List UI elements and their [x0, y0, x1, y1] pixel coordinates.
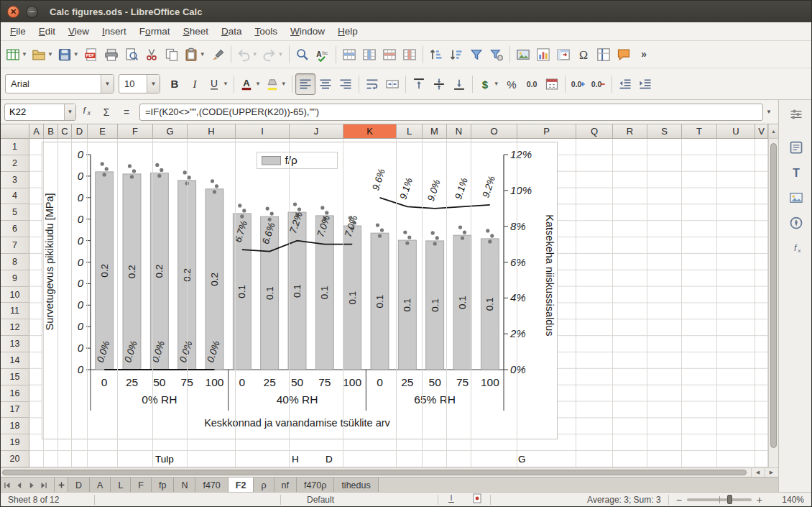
column-header-T[interactable]: T: [682, 124, 717, 139]
gallery-button[interactable]: [785, 189, 807, 209]
row-header-6[interactable]: 6: [1, 221, 29, 237]
menu-insert[interactable]: Insert: [96, 24, 133, 39]
navigator-button[interactable]: [785, 214, 807, 234]
minimize-window-button[interactable]: ─: [26, 6, 38, 18]
zoom-in-button[interactable]: +: [757, 494, 762, 506]
delete-column-button[interactable]: [400, 44, 420, 65]
font-size-combobox[interactable]: 10 ▼: [119, 74, 160, 93]
menu-edit[interactable]: Edit: [32, 24, 62, 39]
row-header-10[interactable]: 10: [1, 287, 29, 303]
zoom-out-button[interactable]: −: [676, 494, 682, 506]
clone-formatting-button[interactable]: [208, 44, 228, 65]
chevron-down-icon[interactable]: ▼: [255, 81, 261, 87]
column-header-O[interactable]: O: [471, 124, 517, 139]
insert-row-button[interactable]: [339, 44, 359, 65]
omega-button[interactable]: Ω: [573, 44, 594, 65]
column-header-K[interactable]: K: [343, 124, 397, 139]
row-header-17[interactable]: 17: [1, 402, 29, 419]
align-left-button[interactable]: [295, 73, 315, 95]
insert-comment-button[interactable]: [614, 44, 634, 65]
horizontal-scrollbar[interactable]: ◀ ▶: [1, 467, 778, 477]
column-header-H[interactable]: H: [188, 124, 236, 139]
close-window-button[interactable]: ✕: [7, 6, 19, 18]
chevron-down-icon[interactable]: ▼: [278, 51, 284, 58]
export-pdf-button[interactable]: PDF: [81, 44, 101, 65]
function-wizard-button[interactable]: fx: [77, 104, 96, 121]
properties-button[interactable]: [785, 139, 807, 159]
standard-filter-button[interactable]: [486, 44, 507, 65]
sheet-tab-A[interactable]: A: [90, 478, 111, 493]
menu-help[interactable]: Help: [331, 24, 364, 39]
row-header-8[interactable]: 8: [1, 254, 29, 270]
insert-column-button[interactable]: [359, 44, 379, 65]
sheet-tab-F[interactable]: F: [131, 478, 152, 493]
embedded-chart[interactable]: f/ρ0000000000012%10%8%6%4%2%0%0.20.0%00.…: [42, 142, 558, 439]
row-header-2[interactable]: 2: [1, 155, 29, 172]
highlight-button[interactable]: ▼: [263, 73, 289, 95]
spelling-button[interactable]: Abc: [313, 44, 333, 65]
column-header-G[interactable]: G: [153, 124, 188, 139]
row-header-19[interactable]: 19: [1, 434, 29, 451]
find-replace-button[interactable]: [292, 44, 313, 65]
sort-ascending-button[interactable]: [426, 44, 446, 65]
font-name-combobox[interactable]: Arial ▼: [5, 74, 114, 93]
sheet-tab-F2[interactable]: F2: [229, 478, 254, 493]
chevron-down-icon[interactable]: ▼: [281, 81, 287, 87]
column-header-M[interactable]: M: [423, 124, 447, 139]
chevron-down-icon[interactable]: ▼: [22, 51, 27, 58]
column-header-Q[interactable]: Q: [576, 124, 613, 139]
increase-indent-button[interactable]: [635, 73, 655, 95]
formula-input[interactable]: =IF(K20<>"",(CODE(UPPER(K20))-65),""): [139, 104, 763, 121]
column-header-D[interactable]: D: [72, 124, 88, 139]
cell-value[interactable]: Tulp: [155, 452, 174, 467]
column-header-R[interactable]: R: [613, 124, 647, 139]
menu-view[interactable]: View: [62, 24, 96, 39]
currency-button[interactable]: $▼: [476, 73, 502, 95]
align-center-button[interactable]: [315, 73, 336, 95]
chevron-down-icon[interactable]: ▼: [73, 51, 79, 58]
cell-grid[interactable]: f/ρ0000000000012%10%8%6%4%2%0%0.20.0%00.…: [29, 139, 768, 467]
zoom-slider-thumb[interactable]: [727, 495, 732, 504]
overflow-button[interactable]: »: [634, 44, 654, 65]
font-color-button[interactable]: A▼: [237, 73, 263, 95]
align-right-button[interactable]: [336, 73, 356, 95]
page-style-status[interactable]: Default: [281, 493, 438, 506]
delete-decimal-button[interactable]: 0.0: [589, 73, 609, 95]
menu-format[interactable]: Format: [133, 24, 177, 39]
menu-tools[interactable]: Tools: [248, 24, 284, 39]
first-sheet-button[interactable]: [1, 478, 13, 493]
sheet-tab-ρ[interactable]: ρ: [254, 478, 274, 493]
menu-window[interactable]: Window: [284, 24, 331, 39]
zoom-level[interactable]: 140%: [770, 493, 811, 506]
print-button[interactable]: [101, 44, 121, 65]
italic-button[interactable]: I: [185, 73, 205, 95]
sidebar-settings-button[interactable]: [785, 106, 807, 126]
document-modified-icon[interactable]: [471, 493, 483, 506]
menu-sheet[interactable]: Sheet: [177, 24, 215, 39]
open-button[interactable]: ▼: [29, 44, 55, 65]
selection-statistics[interactable]: Average: 3; Sum: 3: [491, 493, 668, 506]
sheet-tab-fp[interactable]: fp: [152, 478, 174, 493]
equals-button[interactable]: =: [117, 104, 136, 121]
sum-button[interactable]: Σ: [97, 104, 116, 121]
chevron-down-icon[interactable]: ▼: [101, 75, 114, 93]
column-header-L[interactable]: L: [397, 124, 423, 139]
sort-descending-button[interactable]: [446, 44, 466, 65]
row-header-16[interactable]: 16: [1, 385, 29, 402]
column-header-E[interactable]: E: [88, 124, 118, 139]
cell-value[interactable]: D: [326, 452, 333, 467]
chevron-down-icon[interactable]: ▼: [494, 81, 499, 87]
row-header-1[interactable]: 1: [1, 139, 29, 155]
bold-button[interactable]: B: [165, 73, 185, 95]
delete-row-button[interactable]: [379, 44, 400, 65]
styles-button[interactable]: T: [785, 164, 807, 184]
valign-bottom-button[interactable]: [449, 73, 469, 95]
sheet-tab-tihedus[interactable]: tihedus: [334, 478, 378, 493]
functions-button[interactable]: fx: [785, 239, 807, 260]
row-header-11[interactable]: 11: [1, 303, 29, 319]
column-header-F[interactable]: F: [118, 124, 153, 139]
redo-button[interactable]: ▼: [260, 44, 286, 65]
merge-cells-button[interactable]: [382, 73, 402, 95]
vertical-scrollbar-thumb[interactable]: [770, 143, 777, 448]
row-header-14[interactable]: 14: [1, 352, 29, 369]
